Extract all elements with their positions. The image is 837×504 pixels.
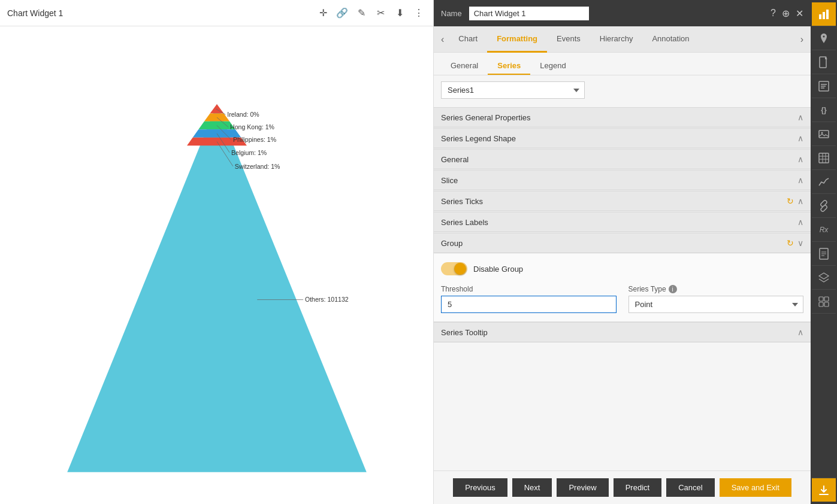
- section-icons-tooltip: ∧: [797, 327, 803, 337]
- sidebar-rx-icon[interactable]: Rx: [812, 218, 836, 242]
- series-dropdown[interactable]: Series1 Series2: [441, 81, 585, 99]
- collapse-icon-4[interactable]: ∧: [797, 196, 803, 206]
- series-type-select[interactable]: Point Line Bar: [628, 296, 804, 313]
- slice-1: [210, 104, 223, 113]
- sidebar-code-icon[interactable]: {}: [812, 98, 836, 122]
- sub-tabs: General Series Legend: [434, 53, 811, 75]
- section-series-general-properties[interactable]: Series General Properties ∧: [434, 107, 811, 127]
- svg-rect-8: [819, 130, 829, 138]
- sidebar-doc-icon[interactable]: [812, 242, 836, 266]
- label-switzerland: Switzerland: 1%: [234, 163, 280, 170]
- sidebar-text-icon[interactable]: [812, 74, 836, 98]
- tab-chart[interactable]: Chart: [449, 26, 487, 53]
- section-general[interactable]: General ∧: [434, 149, 811, 169]
- svg-rect-19: [819, 297, 823, 301]
- disable-group-label: Disable Group: [473, 265, 523, 274]
- collapse-icon-0[interactable]: ∧: [797, 113, 803, 122]
- widget-name-input[interactable]: [469, 7, 589, 20]
- sidebar-graph-icon[interactable]: [812, 170, 836, 194]
- name-label: Name: [441, 9, 462, 18]
- pin-icon[interactable]: ⊕: [782, 8, 790, 19]
- tab-hierarchy[interactable]: Hierarchy: [590, 26, 643, 53]
- canvas-title: Chart Widget 1: [7, 8, 63, 18]
- section-icons-0: ∧: [797, 113, 803, 122]
- section-slice[interactable]: Slice ∧: [434, 170, 811, 190]
- tab-arrow-left[interactable]: ‹: [436, 34, 449, 45]
- svg-rect-21: [819, 302, 823, 306]
- tab-annotation[interactable]: Annotation: [642, 26, 699, 53]
- section-series-ticks[interactable]: Series Ticks ↻ ∧: [434, 191, 811, 211]
- collapse-icon-5[interactable]: ∧: [797, 217, 803, 227]
- refresh-icon-4[interactable]: ↻: [787, 196, 794, 206]
- collapse-icon-1[interactable]: ∧: [797, 133, 803, 143]
- svg-rect-10: [819, 153, 829, 163]
- series-select-row: Series1 Series2: [434, 75, 811, 105]
- section-series-tooltip[interactable]: Series Tooltip ∧: [434, 322, 811, 342]
- right-sidebar: {} Rx: [811, 0, 837, 504]
- section-series-legend-shape[interactable]: Series Legend Shape ∧: [434, 128, 811, 148]
- sidebar-layers-icon[interactable]: [812, 266, 836, 290]
- canvas-toolbar: ✛ 🔗 ✎ ✂ ⬇ ⋮: [316, 6, 426, 20]
- tab-arrow-right[interactable]: ›: [796, 34, 808, 45]
- next-button[interactable]: Next: [512, 478, 552, 497]
- help-icon[interactable]: ?: [770, 8, 776, 19]
- series-type-label: Series Type i: [628, 285, 804, 293]
- sub-tab-general[interactable]: General: [441, 57, 488, 75]
- label-others: Others: 101132: [304, 296, 348, 303]
- sidebar-chart-icon[interactable]: [812, 2, 836, 26]
- label-philippines: Philippines: 1%: [232, 136, 276, 143]
- main-tabs: ‹ Chart Formatting Events Hierarchy Anno…: [434, 26, 811, 53]
- sidebar-image-icon[interactable]: [812, 122, 836, 146]
- sidebar-grid-icon[interactable]: [812, 290, 836, 314]
- collapse-icon-6[interactable]: ∨: [797, 238, 803, 248]
- panel-header: Name ? ⊕ ✕: [434, 0, 811, 26]
- collapse-icon-2[interactable]: ∧: [797, 154, 803, 164]
- link-icon[interactable]: 🔗: [335, 6, 349, 20]
- section-group[interactable]: Group ↻ ∨: [434, 233, 811, 253]
- chart-triangle: [67, 104, 366, 472]
- disable-group-row: Disable Group: [441, 262, 803, 275]
- sidebar-file-icon[interactable]: [812, 50, 836, 74]
- sidebar-download-icon[interactable]: [812, 478, 836, 502]
- svg-rect-2: [826, 10, 829, 19]
- canvas-header: Chart Widget 1 ✛ 🔗 ✎ ✂ ⬇ ⋮: [0, 0, 433, 26]
- sub-tab-series[interactable]: Series: [488, 57, 530, 75]
- collapse-icon-3[interactable]: ∧: [797, 175, 803, 185]
- series-type-info-icon[interactable]: i: [669, 285, 677, 293]
- threshold-input[interactable]: [441, 296, 617, 313]
- save-exit-button[interactable]: Save and Exit: [720, 478, 791, 497]
- label-ireland: Ireland: 0%: [227, 111, 259, 118]
- sidebar-table-icon[interactable]: [812, 146, 836, 170]
- sidebar-map-icon[interactable]: [812, 26, 836, 50]
- close-icon[interactable]: ✕: [796, 8, 803, 19]
- edit-icon[interactable]: ✎: [354, 6, 368, 20]
- cancel-button[interactable]: Cancel: [666, 478, 714, 497]
- section-series-labels[interactable]: Series Labels ∧: [434, 212, 811, 232]
- svg-rect-20: [824, 297, 829, 301]
- bottom-bar: Previous Next Preview Predict Cancel Sav…: [434, 470, 811, 504]
- chart-svg: Ireland: 0% Hong Kong: 1% Philippines: 1…: [13, 47, 421, 484]
- section-icons-1: ∧: [797, 133, 803, 143]
- section-icons-3: ∧: [797, 175, 803, 185]
- move-icon[interactable]: ✛: [316, 6, 330, 20]
- label-belgium: Belgium: 1%: [231, 149, 267, 156]
- series-type-field: Series Type i Point Line Bar: [628, 285, 804, 313]
- threshold-field: Threshold: [441, 285, 617, 313]
- right-panel: Name ? ⊕ ✕ ‹ Chart Formatting Events Hie…: [433, 0, 811, 504]
- section-icons-2: ∧: [797, 154, 803, 164]
- more-icon[interactable]: ⋮: [412, 6, 426, 20]
- sidebar-link-icon[interactable]: [812, 194, 836, 218]
- scissors-icon[interactable]: ✂: [373, 6, 388, 20]
- disable-group-toggle[interactable]: [441, 262, 467, 275]
- threshold-label: Threshold: [441, 285, 617, 293]
- sub-tab-legend[interactable]: Legend: [530, 57, 575, 75]
- tab-formatting[interactable]: Formatting: [487, 26, 547, 53]
- previous-button[interactable]: Previous: [453, 478, 507, 497]
- download-icon[interactable]: ⬇: [392, 6, 407, 20]
- sections-container: Series General Properties ∧ Series Legen…: [434, 105, 811, 470]
- predict-button[interactable]: Predict: [614, 478, 661, 497]
- tab-events[interactable]: Events: [547, 26, 590, 53]
- preview-button[interactable]: Preview: [557, 478, 608, 497]
- collapse-icon-tooltip[interactable]: ∧: [797, 327, 803, 337]
- refresh-icon-6[interactable]: ↻: [787, 238, 794, 248]
